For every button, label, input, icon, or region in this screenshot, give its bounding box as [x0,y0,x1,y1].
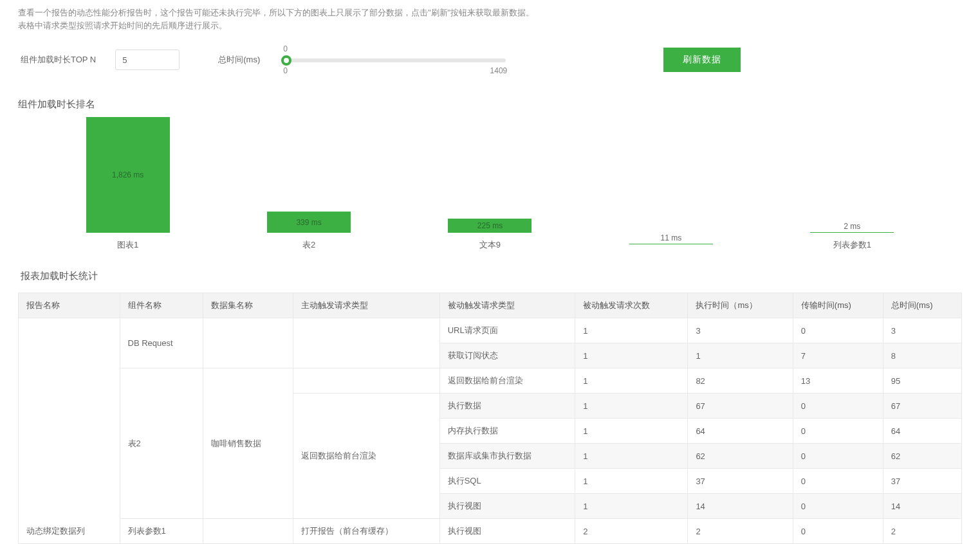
cell-passive-type: URL请求页面 [439,318,575,343]
cell-component: DB Request [120,318,203,368]
cell-report-name: 动态绑定数据列 [19,318,120,544]
cell-exec: 2 [688,519,793,544]
cell-count: 1 [575,469,688,494]
table-row: 动态绑定数据列DB RequestURL请求页面1303 [19,318,962,343]
cell-trans: 13 [793,368,883,394]
cell-trans: 0 [793,469,883,494]
cell-total: 95 [883,368,961,394]
cell-active-type [293,318,439,368]
refresh-button[interactable]: 刷新数据 [663,48,741,72]
cell-exec: 64 [688,419,793,444]
bar-item: 2 ms列表参数1 [797,222,907,251]
cell-total: 64 [883,419,961,444]
topn-input[interactable] [115,50,180,70]
slider-top-label: 0 [283,44,288,53]
bar-category-label: 表2 [302,239,315,251]
cell-trans: 0 [793,419,883,444]
cell-exec: 67 [688,394,793,419]
cell-trans: 0 [793,318,883,343]
bar-item: 339 ms表2 [254,212,364,251]
intro-line2: 表格中请求类型按照请求开始时间的先后顺序进行展示。 [18,19,962,32]
cell-active-type: 返回数据给前台渲染 [293,394,439,519]
bar-value-label: 1,826 ms [112,170,143,179]
cell-count: 1 [575,494,688,519]
bar-item: 11 ms [616,233,726,251]
cell-passive-type: 数据库或集市执行数据 [439,444,575,469]
intro-line1: 查看一个报告的动态性能分析报告时，这个报告可能还未执行完毕，所以下方的图表上只展… [18,6,962,19]
table-header: 被动触发请求类型 [439,293,575,318]
cell-trans: 0 [793,519,883,544]
bar: 339 ms [267,212,351,233]
cell-active-type [293,368,439,394]
slider-track [286,59,506,62]
cell-count: 1 [575,419,688,444]
bar-category-label: 文本9 [479,239,501,251]
cell-total: 14 [883,494,961,519]
cell-passive-type: 执行视图 [439,519,575,544]
table-title: 报表加载时长统计 [21,270,962,282]
cell-count: 1 [575,444,688,469]
table-header: 总时间(ms) [883,293,961,318]
cell-count: 2 [575,519,688,544]
table-row: 表2咖啡销售数据返回数据给前台渲染1821395 [19,368,962,394]
bar-value-label: 339 ms [296,218,321,227]
table-header: 报告名称 [19,293,120,318]
table-header: 数据集名称 [203,293,293,318]
cell-trans: 0 [793,444,883,469]
cell-passive-type: 执行视图 [439,494,575,519]
table-header: 执行时间（ms） [688,293,793,318]
bar-value-label: 11 ms [661,233,682,242]
cell-total: 3 [883,318,961,343]
cell-exec: 1 [688,343,793,368]
cell-active-type: 打开报告（前台有缓存） [293,519,439,544]
slider-min-label: 0 [283,66,288,75]
table-header: 传输时间(ms) [793,293,883,318]
chart-title: 组件加载时长排名 [18,98,962,111]
cell-exec: 3 [688,318,793,343]
bar-chart: 1,826 ms图表1339 ms表2225 ms文本911 ms2 ms列表参… [18,122,962,251]
cell-passive-type: 内存执行数据 [439,419,575,444]
bar: 225 ms [448,219,532,233]
table-header: 被动触发请求次数 [575,293,688,318]
slider-thumb[interactable] [281,55,291,66]
cell-total: 2 [883,519,961,544]
bar [810,232,894,233]
cell-count: 1 [575,343,688,368]
cell-exec: 62 [688,444,793,469]
slider-max-label: 1409 [490,66,508,75]
table-row: 列表参数1打开报告（前台有缓存）执行视图2202 [19,519,962,544]
bar-value-label: 225 ms [477,221,503,230]
topn-label: 组件加载时长TOP N [21,54,96,66]
cell-trans: 0 [793,394,883,419]
time-slider[interactable]: 0 0 1409 [279,47,511,73]
table-header: 主动触发请求类型 [293,293,439,318]
cell-exec: 82 [688,368,793,394]
bar: 1,826 ms [86,117,170,233]
cell-count: 1 [575,318,688,343]
table-header: 组件名称 [120,293,203,318]
cell-dataset [203,519,293,544]
cell-exec: 14 [688,494,793,519]
totaltime-group: 总时间(ms) 0 0 1409 [218,47,511,73]
cell-total: 67 [883,394,961,419]
bar-category-label: 图表1 [117,239,138,251]
cell-passive-type: 执行SQL [439,469,575,494]
cell-count: 1 [575,368,688,394]
cell-component: 列表参数1 [120,519,203,544]
topn-group: 组件加载时长TOP N [21,50,180,70]
stats-table: 报告名称组件名称数据集名称主动触发请求类型被动触发请求类型被动触发请求次数执行时… [18,293,962,544]
bar-value-label: 2 ms [844,222,860,231]
cell-passive-type: 返回数据给前台渲染 [439,368,575,394]
cell-total: 8 [883,343,961,368]
cell-trans: 7 [793,343,883,368]
cell-total: 37 [883,469,961,494]
cell-component: 表2 [120,368,203,519]
controls-row: 组件加载时长TOP N 总时间(ms) 0 0 1409 刷新数据 [18,47,962,73]
intro-block: 查看一个报告的动态性能分析报告时，这个报告可能还未执行完毕，所以下方的图表上只展… [18,6,962,32]
bar-item: 1,826 ms图表1 [73,117,183,251]
totaltime-label: 总时间(ms) [218,54,260,66]
cell-exec: 37 [688,469,793,494]
cell-count: 1 [575,394,688,419]
cell-total: 62 [883,444,961,469]
cell-trans: 0 [793,494,883,519]
